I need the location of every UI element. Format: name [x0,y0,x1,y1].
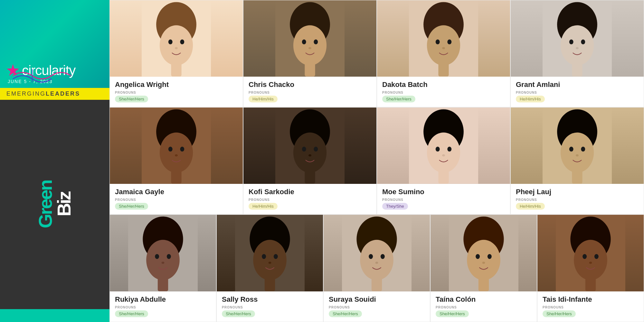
svg-point-12 [314,40,318,44]
svg-rect-56 [572,169,582,184]
info-dakota-batch: Dakota BatchPRONOUNSShe/Her/Hers [377,77,510,107]
name-moe-sumino: Moe Sumino [382,188,505,196]
name-sally-ross: Sally Ross [222,295,318,304]
person-card-jamaica-gayle: Jamaica GaylePRONOUNSShe/Her/Hers [109,107,243,214]
info-pheej-lauj: Pheej LaujPRONOUNSHe/Him/His [511,184,644,214]
person-card-suraya-souidi: Suraya SouidiPRONOUNSShe/Her/Hers [323,214,430,322]
info-sally-ross: Sally RossPRONOUNSShe/Her/Hers [217,291,323,322]
info-rukiya-abdulle: Rukiya AbdullePRONOUNSShe/Her/Hers [110,291,216,322]
person-card-dakota-batch: Dakota BatchPRONOUNSShe/Her/Hers [377,0,510,107]
svg-point-27 [576,47,579,49]
svg-point-41 [308,154,311,156]
pronouns-label-jamaica-gayle: PRONOUNS [115,198,238,202]
person-card-rukiya-abdulle: Rukiya AbdullePRONOUNSShe/Her/Hers [109,214,216,322]
photo-pheej-lauj [511,108,644,184]
photo-angelica-wright [110,0,243,77]
pronouns-badge-dakota-batch: She/Her/Hers [382,96,415,102]
pronouns-label-chris-chacko: PRONOUNS [249,91,371,94]
grid-row: Jamaica GaylePRONOUNSShe/Her/Hers Kofi S… [109,107,644,214]
pronouns-label-rukiya-abdulle: PRONOUNS [115,306,211,309]
pronouns-badge-tais-idi-infante: She/Her/Hers [543,310,576,317]
svg-rect-42 [305,169,315,184]
svg-point-5 [180,40,184,44]
svg-point-55 [576,154,579,156]
svg-point-80 [467,240,500,280]
person-card-grant-amlani: Grant AmlaniPRONOUNSHe/Him/His [510,0,644,107]
svg-point-26 [581,40,585,44]
name-chris-chacko: Chris Chacko [249,80,371,89]
svg-point-73 [360,240,393,280]
svg-point-67 [262,254,266,259]
sidebar: circularity JUNE 5 - 7, 2023 EMERGING LE… [0,0,109,322]
info-angelica-wright: Angelica WrightPRONOUNSShe/Her/Hers [110,77,243,107]
pronouns-label-suraya-souidi: PRONOUNS [329,306,425,309]
photo-tais-idi-infante [537,215,644,291]
photo-jamaica-gayle [110,108,243,184]
svg-point-82 [488,254,492,259]
pronouns-badge-moe-sumino: They/She [382,203,408,210]
green-text: Green [36,181,55,228]
sidebar-bottom: Green Biz [0,100,109,309]
sidebar-top: circularity JUNE 5 - 7, 2023 EMERGING LE… [0,0,109,100]
person-card-taina-colon: Taína ColónPRONOUNSShe/Her/Hers [430,214,537,322]
photo-chris-chacko [243,0,376,77]
svg-rect-49 [438,169,449,184]
svg-point-17 [427,25,460,65]
svg-point-20 [442,47,445,49]
svg-point-3 [160,25,193,65]
svg-point-76 [375,262,378,264]
svg-point-60 [155,254,159,259]
pronouns-label-sally-ross: PRONOUNS [222,306,318,309]
name-jamaica-gayle: Jamaica Gayle [115,188,238,196]
svg-point-31 [160,132,193,173]
photo-dakota-batch [377,0,510,77]
svg-point-33 [180,147,184,152]
photo-rukiya-abdulle [110,215,216,291]
svg-rect-91 [585,277,596,291]
pronouns-label-dakota-batch: PRONOUNS [382,91,505,94]
person-card-moe-sumino: Moe SuminoPRONOUNSThey/She [377,107,510,214]
pronouns-badge-chris-chacko: He/Him/His [249,96,278,102]
svg-point-34 [175,154,178,156]
name-suraya-souidi: Suraya Souidi [329,295,425,304]
svg-point-83 [482,262,485,264]
name-angelica-wright: Angelica Wright [115,80,238,89]
svg-point-18 [436,40,440,44]
svg-point-45 [427,132,460,173]
svg-point-54 [581,147,585,152]
info-tais-idi-infante: Tais Idi-InfantePRONOUNSShe/Her/Hers [537,291,644,322]
photo-kofi-sarkodie [243,108,376,184]
pronouns-label-kofi-sarkodie: PRONOUNS [249,198,371,202]
pronouns-badge-kofi-sarkodie: He/Him/His [249,203,278,210]
svg-rect-70 [265,277,275,291]
svg-point-69 [269,262,271,264]
pronouns-badge-angelica-wright: She/Her/Hers [115,96,148,102]
people-grid: Angelica WrightPRONOUNSShe/Her/Hers Chri… [109,0,644,322]
pronouns-badge-suraya-souidi: She/Her/Hers [329,310,362,317]
person-card-chris-chacko: Chris ChackoPRONOUNSHe/Him/His [243,0,377,107]
svg-point-38 [293,132,327,173]
info-grant-amlani: Grant AmlaniPRONOUNSHe/Him/His [511,77,644,107]
pronouns-badge-grant-amlani: He/Him/His [516,96,545,102]
name-grant-amlani: Grant Amlani [516,80,639,89]
svg-point-39 [302,147,306,152]
pronouns-badge-rukiya-abdulle: She/Her/Hers [115,310,148,317]
svg-point-48 [442,154,445,156]
svg-point-66 [253,240,287,280]
emerging-leaders-banner: EMERGING LEADERS [0,88,109,100]
svg-point-47 [447,147,451,152]
grid-row-3: Rukiya AbdullePRONOUNSShe/Her/Hers Sally… [109,214,644,322]
svg-point-10 [293,25,327,65]
pronouns-label-grant-amlani: PRONOUNS [516,91,639,94]
person-card-pheej-lauj: Pheej LaujPRONOUNSHe/Him/His [510,107,644,214]
svg-rect-84 [478,277,489,291]
svg-point-4 [168,40,173,44]
info-jamaica-gayle: Jamaica GaylePRONOUNSShe/Her/Hers [110,184,243,214]
person-card-kofi-sarkodie: Kofi SarkodiePRONOUNSHe/Him/His [243,107,377,214]
svg-point-75 [381,254,385,259]
pronouns-label-angelica-wright: PRONOUNS [115,91,238,94]
svg-point-13 [308,47,311,49]
info-moe-sumino: Moe SuminoPRONOUNSThey/She [377,184,510,214]
photo-sally-ross [217,215,323,291]
name-tais-idi-infante: Tais Idi-Infante [543,295,639,304]
